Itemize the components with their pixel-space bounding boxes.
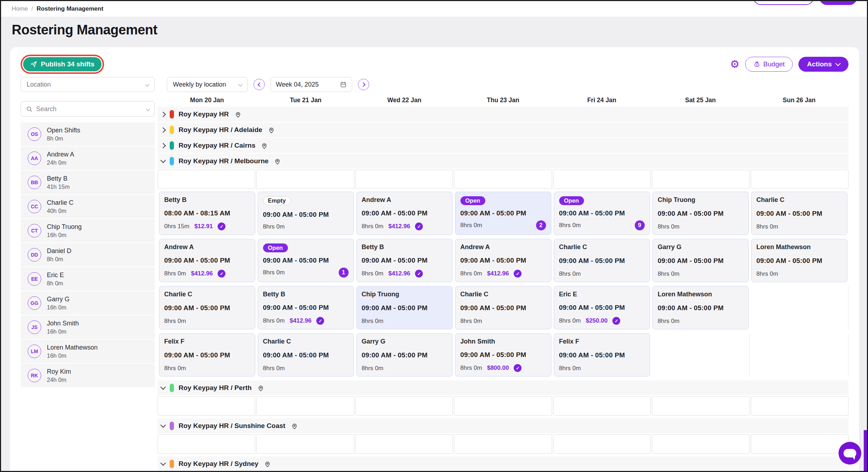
empty-shift-cell[interactable] (355, 396, 453, 416)
chevron-down-icon[interactable] (160, 157, 166, 163)
budget-button[interactable]: $ Budget (745, 57, 793, 72)
shift-time: 09:00 AM - 05:00 PM (658, 304, 743, 312)
shift-slot: Felix F09:00 AM - 05:00 PM8hrs 0m (158, 333, 256, 377)
person-hours: 16h 0m (47, 304, 70, 311)
location-group-header[interactable]: Roy Keypay HR / Adelaide (158, 122, 848, 137)
sidebar-person-row[interactable]: LMLoren Mathewson16h 0m (21, 340, 155, 363)
shift-card[interactable]: Charlie C09:00 AM - 05:00 PM8hrs 0m (455, 286, 551, 329)
empty-shift-cell[interactable] (355, 170, 453, 189)
clipped-filled-button[interactable] (819, 0, 857, 5)
location-group-header[interactable]: Roy Keypay HR / Sunshine Coast (158, 418, 848, 433)
empty-shift-cell[interactable] (553, 396, 651, 416)
shift-card[interactable]: Felix F09:00 AM - 05:00 PM8hrs 0m (159, 333, 255, 377)
location-group-header[interactable]: Roy Keypay HR / Cairns (158, 138, 848, 153)
shift-card[interactable]: Open09:00 AM - 05:00 PM8hrs 0m1 (258, 239, 354, 282)
next-week-button[interactable] (358, 79, 369, 90)
empty-shift-cell[interactable] (652, 434, 749, 454)
empty-shift-cell[interactable] (256, 396, 354, 416)
shift-card[interactable]: Andrew A09:00 AM - 05:00 PM8hrs 0m$412.9… (159, 239, 255, 282)
shift-card[interactable]: Eric E09:00 AM - 05:00 PM8hrs 0m$250.00✓ (554, 286, 650, 329)
shift-employee-name: Chip Truong (658, 196, 743, 204)
empty-shift-cell[interactable] (553, 434, 651, 454)
sidebar-person-row[interactable]: GGGarry G16h 0m (21, 291, 155, 315)
empty-shift-cell[interactable] (158, 434, 255, 454)
shift-card[interactable]: Loren Mathewson09:00 AM - 05:00 PM8hrs 0… (751, 239, 847, 282)
empty-shift-cell[interactable] (553, 170, 651, 189)
shift-card[interactable]: Open09:00 AM - 05:00 PM8hrs 0m2 (455, 192, 551, 235)
shift-card[interactable]: Open09:00 AM - 05:00 PM8hrs 0m9 (554, 192, 650, 235)
person-hours: 24h 0m (47, 377, 71, 383)
chevron-right-icon[interactable] (160, 111, 166, 117)
empty-shift-cell[interactable] (751, 396, 848, 416)
chevron-right-icon[interactable] (160, 143, 166, 148)
empty-shift-cell[interactable] (454, 396, 552, 416)
publish-shifts-button[interactable]: Publish 34 shifts (23, 57, 102, 71)
empty-shift-cell[interactable] (256, 434, 354, 454)
location-group-header[interactable]: Roy Keypay HR / Perth (158, 380, 848, 395)
shift-card[interactable]: Chip Truong09:00 AM - 05:00 PM8hrs 0m (356, 286, 453, 329)
previous-week-button[interactable] (253, 79, 265, 90)
empty-shift-cell[interactable] (454, 434, 552, 454)
sidebar-person-row[interactable]: DDDaniel D8h 0m (21, 243, 155, 267)
sidebar-person-row[interactable]: BBBetty B41h 15m (21, 171, 155, 194)
location-filter-select[interactable]: Location (21, 77, 155, 92)
sidebar-person-row[interactable]: CCCharlie C40h 0m (21, 195, 155, 218)
shift-card[interactable]: Garry G09:00 AM - 05:00 PM8hrs 0m (356, 333, 453, 377)
person-name: Chip Truong (47, 223, 82, 231)
shift-card[interactable]: Andrew A09:00 AM - 05:00 PM8hrs 0m$412.9… (356, 192, 453, 235)
empty-shift-cell[interactable] (355, 434, 453, 454)
sidebar-person-row[interactable]: AAAndrew A24h 0m (21, 147, 155, 170)
empty-shift-cell[interactable] (256, 170, 354, 189)
empty-shift-cell[interactable] (158, 396, 255, 416)
sidebar-person-row[interactable]: EEEric E8h 0m (21, 267, 155, 291)
breadcrumb-home-link[interactable]: Home (12, 5, 28, 12)
person-name: Garry G (47, 296, 70, 303)
sidebar-person-row[interactable]: CTChip Truong16h 0m (21, 219, 155, 242)
clipped-outline-button[interactable] (753, 0, 814, 5)
person-hours: 41h 15m (47, 183, 70, 190)
empty-shift-cell[interactable] (751, 170, 848, 189)
location-group-header[interactable]: Roy Keypay HR (158, 107, 848, 122)
empty-shift-cell[interactable] (652, 170, 749, 189)
chat-launcher-button[interactable] (839, 442, 861, 465)
shift-card[interactable]: Charlie C09:00 AM - 05:00 PM8hrs 0m (258, 333, 354, 377)
chevron-down-icon[interactable] (160, 422, 166, 428)
week-picker[interactable]: Week 04, 2025 (271, 77, 352, 92)
location-group-header[interactable]: Roy Keypay HR / Melbourne (158, 154, 848, 169)
sidebar-person-row[interactable]: JSJohn Smith16h 0m (21, 315, 155, 339)
shift-employee-name: Loren Mathewson (658, 291, 743, 298)
location-group-header[interactable]: Roy Keypay HR / Sydney (158, 456, 848, 471)
shift-time: 09:00 AM - 05:00 PM (559, 209, 645, 217)
shift-card[interactable]: Loren Mathewson09:00 AM - 05:00 PM8hrs 0… (653, 286, 749, 329)
shift-card[interactable]: Betty B08:00 AM - 08:15 AM0hrs 15m$12.91… (159, 192, 255, 235)
actions-button[interactable]: Actions (798, 57, 848, 72)
chevron-down-icon[interactable] (160, 460, 166, 466)
shift-card[interactable]: Charlie C09:00 AM - 05:00 PM8hrs 0m (751, 192, 847, 235)
empty-shift-cell[interactable] (751, 434, 848, 454)
shift-meta: 8hrs 0m (757, 270, 842, 278)
shift-card[interactable]: Empty09:00 AM - 05:00 PM8hrs 0m (258, 192, 354, 235)
empty-shift-cell[interactable] (158, 170, 255, 189)
shift-card[interactable]: Andrew A09:00 AM - 05:00 PM8hrs 0m$412.9… (455, 239, 551, 282)
view-mode-select[interactable]: Weekly by location (167, 77, 248, 92)
search-input[interactable] (36, 105, 143, 113)
shift-card[interactable]: Felix F09:00 AM - 05:00 PM8hrs 0m (554, 333, 650, 377)
shift-card[interactable]: Charlie C09:00 AM - 05:00 PM8hrs 0m (159, 286, 255, 329)
shift-card[interactable]: Chip Truong09:00 AM - 05:00 PM8hrs 0m (653, 192, 749, 235)
empty-shift-cell[interactable] (652, 396, 749, 416)
shift-card[interactable]: Garry G09:00 AM - 05:00 PM8hrs 0m (653, 239, 749, 282)
shift-card[interactable]: John Smith09:00 AM - 05:00 PM8hrs 0m$800… (455, 333, 551, 377)
shift-card[interactable]: Charlie C09:00 AM - 05:00 PM8hrs 0m (554, 239, 650, 282)
chevron-down-icon[interactable] (160, 384, 166, 390)
gear-icon[interactable]: ⚙ (730, 59, 739, 70)
sidebar-person-row[interactable]: OSOpen Shifts8h 0m (21, 122, 155, 146)
shift-time: 09:00 AM - 05:00 PM (263, 304, 349, 312)
shift-card[interactable]: Betty B09:00 AM - 05:00 PM8hrs 0m$412.96… (356, 239, 453, 282)
shift-card[interactable]: Betty B09:00 AM - 05:00 PM8hrs 0m$412.96… (258, 286, 354, 329)
chevron-right-icon[interactable] (160, 127, 166, 133)
sidebar-person-row[interactable]: RKRoy Kim24h 0m (21, 364, 155, 387)
empty-shift-cell[interactable] (454, 170, 552, 189)
location-pin-icon (268, 126, 275, 134)
shift-slot: John Smith09:00 AM - 05:00 PM8hrs 0m$800… (454, 333, 552, 377)
shift-duration: 8hrs 0m (263, 317, 285, 324)
